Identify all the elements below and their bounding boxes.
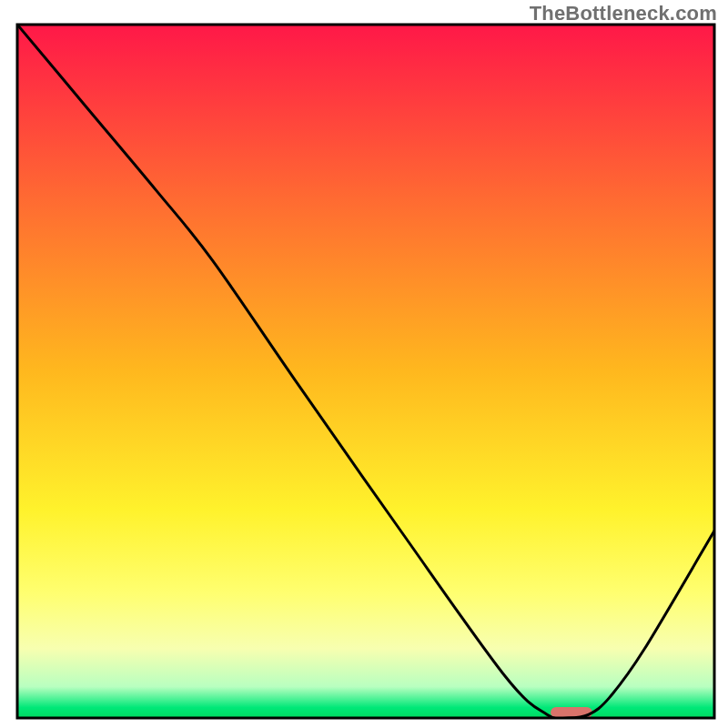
gradient-background [17,25,714,718]
plot-svg [0,0,728,728]
bottleneck-chart: TheBottleneck.com [0,0,728,728]
watermark-text: TheBottleneck.com [530,2,717,25]
